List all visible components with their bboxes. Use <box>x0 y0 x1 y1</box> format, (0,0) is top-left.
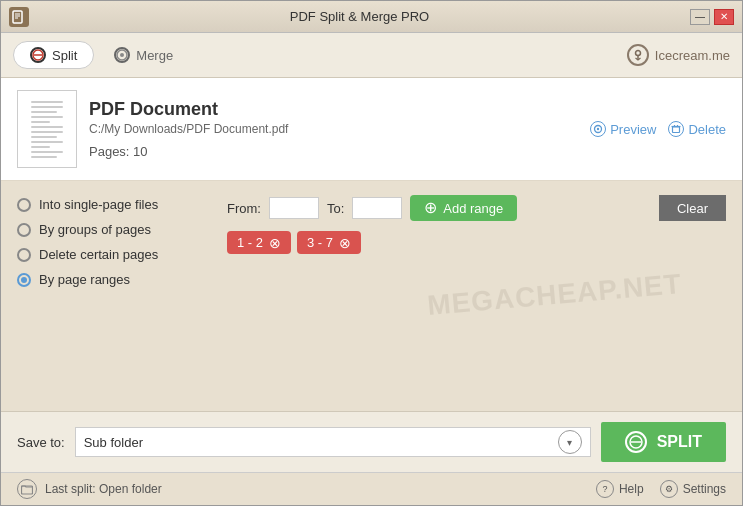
title-bar: PDF Split & Merge PRO — ✕ <box>1 1 742 33</box>
split-button-label: SPLIT <box>657 433 702 451</box>
delete-label: Delete <box>688 122 726 137</box>
range-controls: From: To: ⊕ Add range Clear <box>227 195 726 221</box>
brand-area: Icecream.me <box>627 44 730 66</box>
brand-icon <box>627 44 649 66</box>
svg-rect-11 <box>673 127 680 133</box>
file-pages: Pages: 10 <box>89 144 578 159</box>
tab-group: Split Merge <box>13 41 189 69</box>
toolbar: Split Merge Icecream.me <box>1 33 742 78</box>
brand-label: Icecream.me <box>655 48 730 63</box>
range-tag-1-close[interactable]: ⊗ <box>269 236 281 250</box>
range-tag-1[interactable]: 1 - 2 ⊗ <box>227 231 291 254</box>
app-icon <box>9 7 29 27</box>
add-range-button[interactable]: ⊕ Add range <box>410 195 517 221</box>
split-button-icon <box>625 431 647 453</box>
range-tag-2-close[interactable]: ⊗ <box>339 236 351 250</box>
save-to-value: Sub folder <box>84 435 143 450</box>
folder-icon <box>17 479 37 499</box>
delete-button[interactable]: Delete <box>668 121 726 137</box>
from-label: From: <box>227 201 261 216</box>
pdf-thumbnail <box>17 90 77 168</box>
window-controls: — ✕ <box>690 9 734 25</box>
to-input[interactable] <box>352 197 402 219</box>
save-to-label: Save to: <box>17 435 65 450</box>
help-label: Help <box>619 482 644 496</box>
radio-delete[interactable] <box>17 248 31 262</box>
settings-icon: ⚙ <box>660 480 678 498</box>
merge-tab-icon <box>114 47 130 63</box>
split-tab-label: Split <box>52 48 77 63</box>
status-right: ? Help ⚙ Settings <box>596 480 726 498</box>
main-area: Into single-page files By groups of page… <box>1 181 742 411</box>
to-label: To: <box>327 201 344 216</box>
option-groups[interactable]: By groups of pages <box>17 222 195 237</box>
radio-ranges[interactable] <box>17 273 31 287</box>
range-panel: From: To: ⊕ Add range Clear 1 - 2 ⊗ <box>211 181 742 411</box>
svg-point-8 <box>635 51 640 56</box>
split-button[interactable]: SPLIT <box>601 422 726 462</box>
svg-point-10 <box>597 128 599 130</box>
option-ranges-label: By page ranges <box>39 272 130 287</box>
option-single[interactable]: Into single-page files <box>17 197 195 212</box>
clear-button[interactable]: Clear <box>659 195 726 221</box>
add-range-plus-icon: ⊕ <box>424 200 437 216</box>
range-tag-2-label: 3 - 7 <box>307 235 333 250</box>
help-icon: ? <box>596 480 614 498</box>
settings-label: Settings <box>683 482 726 496</box>
add-range-label: Add range <box>443 201 503 216</box>
preview-label: Preview <box>610 122 656 137</box>
option-ranges[interactable]: By page ranges <box>17 272 195 287</box>
options-panel: Into single-page files By groups of page… <box>1 181 211 411</box>
file-actions: Preview Delete <box>590 121 726 137</box>
option-groups-label: By groups of pages <box>39 222 151 237</box>
minimize-button[interactable]: — <box>690 9 710 25</box>
svg-rect-0 <box>13 11 22 23</box>
file-name: PDF Document <box>89 99 578 120</box>
option-delete-label: Delete certain pages <box>39 247 158 262</box>
settings-button[interactable]: ⚙ Settings <box>660 480 726 498</box>
option-delete[interactable]: Delete certain pages <box>17 247 195 262</box>
range-tag-2[interactable]: 3 - 7 ⊗ <box>297 231 361 254</box>
delete-icon <box>668 121 684 137</box>
help-button[interactable]: ? Help <box>596 480 644 498</box>
preview-icon <box>590 121 606 137</box>
from-input[interactable] <box>269 197 319 219</box>
file-details: PDF Document C:/My Downloads/PDF Documen… <box>89 99 578 159</box>
merge-tab-label: Merge <box>136 48 173 63</box>
svg-point-7 <box>120 53 124 57</box>
split-tab-icon <box>30 47 46 63</box>
window-title: PDF Split & Merge PRO <box>29 9 690 24</box>
last-split-label[interactable]: Last split: Open folder <box>45 482 162 496</box>
main-window: PDF Split & Merge PRO — ✕ Split <box>0 0 743 506</box>
save-to-dropdown[interactable]: Sub folder ▾ <box>75 427 591 457</box>
option-single-label: Into single-page files <box>39 197 158 212</box>
tab-split[interactable]: Split <box>13 41 94 69</box>
close-button[interactable]: ✕ <box>714 9 734 25</box>
status-bar: Last split: Open folder ? Help ⚙ Setting… <box>1 472 742 505</box>
dropdown-arrow-icon: ▾ <box>558 430 582 454</box>
radio-groups[interactable] <box>17 223 31 237</box>
range-tags: 1 - 2 ⊗ 3 - 7 ⊗ <box>227 231 726 254</box>
preview-button[interactable]: Preview <box>590 121 656 137</box>
tab-merge[interactable]: Merge <box>98 41 189 69</box>
radio-single[interactable] <box>17 198 31 212</box>
file-path: C:/My Downloads/PDF Document.pdf <box>89 122 578 136</box>
status-left: Last split: Open folder <box>17 479 162 499</box>
bottom-bar: Save to: Sub folder ▾ SPLIT <box>1 411 742 472</box>
file-info: PDF Document C:/My Downloads/PDF Documen… <box>1 78 742 181</box>
range-tag-1-label: 1 - 2 <box>237 235 263 250</box>
